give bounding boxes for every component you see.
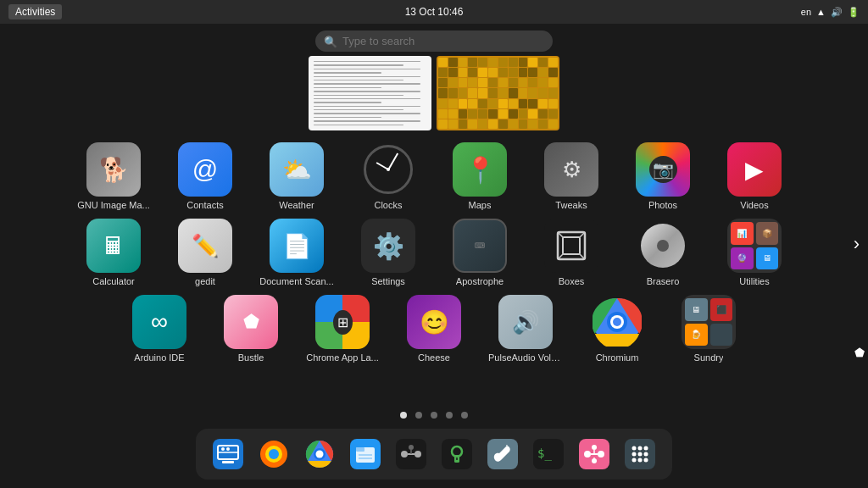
app-icon-maps[interactable]: 📍 Maps (442, 142, 518, 210)
window-preview-doc[interactable] (309, 56, 431, 130)
maps-icon: 📍 (453, 142, 507, 197)
dock-apps-grid-icon[interactable] (621, 435, 659, 473)
dock-connections-icon[interactable] (392, 435, 430, 473)
app-icon-gnu-image[interactable]: 🐕 GNU Image Ma... (75, 142, 152, 210)
svg-point-50 (638, 446, 643, 451)
preview-line (314, 125, 403, 125)
wifi-icon: ▲ (816, 7, 826, 17)
svg-point-14 (221, 447, 225, 451)
next-page-arrow[interactable]: › (854, 233, 860, 255)
preview-line (314, 106, 420, 107)
gedit-icon: ✏️ (178, 219, 232, 273)
window-previews (309, 56, 559, 130)
pagination-dot-5[interactable] (461, 412, 468, 419)
clock: 13 Oct 10:46 (405, 6, 464, 18)
dock-bustle-icon[interactable] (576, 435, 613, 473)
app-icon-contacts[interactable]: @ Contacts (167, 142, 243, 210)
app-icon-utilities[interactable]: 📊 📦 🔮 🖥 Utilities (716, 219, 793, 286)
boxes-icon (544, 219, 598, 273)
clocks-icon (361, 142, 415, 197)
volume-icon: 🔊 (831, 7, 843, 18)
app-icon-brasero[interactable]: Brasero (625, 219, 701, 286)
svg-point-51 (644, 446, 648, 451)
videos-icon: ▶ (727, 142, 782, 197)
bustle-icon: ⬟ ⬟ (224, 295, 278, 349)
svg-point-18 (269, 449, 279, 459)
preview-line (314, 98, 420, 99)
svg-rect-13 (222, 461, 234, 463)
app-label-chromeapp: Chrome App La... (306, 352, 379, 363)
chromium-icon (590, 295, 644, 349)
preview-line (314, 76, 420, 77)
app-icon-apostrophe[interactable]: ⌨ Apostrophe (442, 219, 518, 286)
locale-indicator: en (801, 7, 811, 17)
cheese-icon: 😊 (407, 295, 461, 349)
app-icon-gedit[interactable]: ✏️ gedit (167, 219, 243, 286)
svg-point-31 (409, 445, 414, 450)
preview-line (314, 69, 420, 69)
app-icon-bustle[interactable]: ⬟ ⬟ Bustle (213, 295, 289, 363)
app-icon-chromeapp[interactable]: ⊞ Chrome App La... (304, 295, 381, 363)
pagination-dot-3[interactable] (431, 412, 437, 419)
app-icon-videos[interactable]: ▶ Videos (716, 142, 793, 210)
pagination-dot-1[interactable] (400, 412, 407, 419)
preview-line (314, 95, 403, 96)
window-preview-mosaic[interactable] (437, 56, 559, 130)
app-label-videos: Videos (740, 200, 768, 210)
app-icon-settings[interactable]: ⚙️ Settings (350, 219, 426, 286)
app-icon-photos[interactable]: 📷 Photos (625, 142, 701, 210)
app-label-weather: Weather (279, 200, 314, 210)
svg-rect-33 (442, 439, 472, 469)
app-icon-sundry[interactable]: 🖥 ⬛ 🍺 Sundry (670, 295, 747, 363)
preview-line (314, 87, 381, 88)
gimp-icon: 🐕 (86, 142, 141, 197)
app-icon-cheese[interactable]: 😊 Cheese (396, 295, 472, 363)
system-icons: en ▲ 🔊 🔋 (801, 7, 860, 18)
chromeapp-icon: ⊞ (315, 295, 370, 349)
svg-point-52 (632, 452, 637, 457)
app-label-contacts: Contacts (186, 200, 223, 210)
brasero-icon (636, 219, 690, 273)
app-icon-weather[interactable]: ⛅ Weather (259, 142, 335, 210)
svg-text:$_: $_ (537, 446, 552, 461)
photos-icon: 📷 (636, 142, 690, 197)
search-input[interactable] (315, 30, 553, 52)
app-label-boxes: Boxes (559, 276, 585, 286)
dock-firefox-icon[interactable] (255, 435, 292, 473)
utilities-folder-icon: 📊 📦 🔮 🖥 (727, 219, 782, 273)
app-icon-arduino[interactable]: ∞ Arduino IDE (121, 295, 198, 363)
search-bar: 🔍 (315, 30, 553, 52)
preview-line (314, 64, 403, 65)
app-row-2: 🖩 Calculator ✏️ gedit 📄 Document Scan...… (75, 219, 793, 286)
svg-point-29 (415, 451, 421, 458)
app-grid: 🐕 GNU Image Ma... @ Contacts ⛅ Weather (0, 142, 868, 363)
pulseaudio-icon: 🔊 (498, 295, 553, 349)
pagination-dot-2[interactable] (415, 412, 422, 419)
dock-keeweb-icon[interactable] (438, 435, 476, 473)
app-icon-tweaks[interactable]: ⚙ Tweaks (533, 142, 609, 210)
app-label-docscanner: Document Scan... (259, 276, 333, 286)
svg-point-41 (584, 451, 591, 458)
apostrophe-icon: ⌨ (453, 219, 507, 273)
app-label-bustle: Bustle (238, 352, 264, 363)
dock-terminal-icon[interactable]: $_ (530, 435, 567, 473)
dock-wrench-icon[interactable] (484, 435, 521, 473)
app-icon-docscanner[interactable]: 📄 Document Scan... (259, 219, 335, 286)
app-icon-chromium[interactable]: Chromium (579, 295, 655, 363)
app-label-photos: Photos (648, 200, 677, 210)
dock-software-icon[interactable] (209, 435, 247, 473)
app-label-settings: Settings (371, 276, 405, 286)
pagination-dot-4[interactable] (446, 412, 453, 419)
app-icon-calculator[interactable]: 🖩 Calculator (75, 219, 152, 286)
app-icon-boxes[interactable]: Boxes (533, 219, 609, 286)
activities-button[interactable]: Activities (8, 4, 62, 19)
app-icon-clocks[interactable]: Clocks (350, 142, 426, 210)
top-bar: Activities 13 Oct 10:46 en ▲ 🔊 🔋 (0, 0, 868, 24)
app-icon-pulseaudio[interactable]: 🔊 PulseAudio Volu... (487, 295, 564, 363)
svg-point-15 (226, 447, 230, 451)
dock-chrome-icon[interactable] (301, 435, 338, 473)
svg-point-54 (644, 452, 648, 457)
preview-line (314, 120, 420, 121)
dock-files-icon[interactable] (347, 435, 384, 473)
svg-point-55 (632, 458, 637, 463)
